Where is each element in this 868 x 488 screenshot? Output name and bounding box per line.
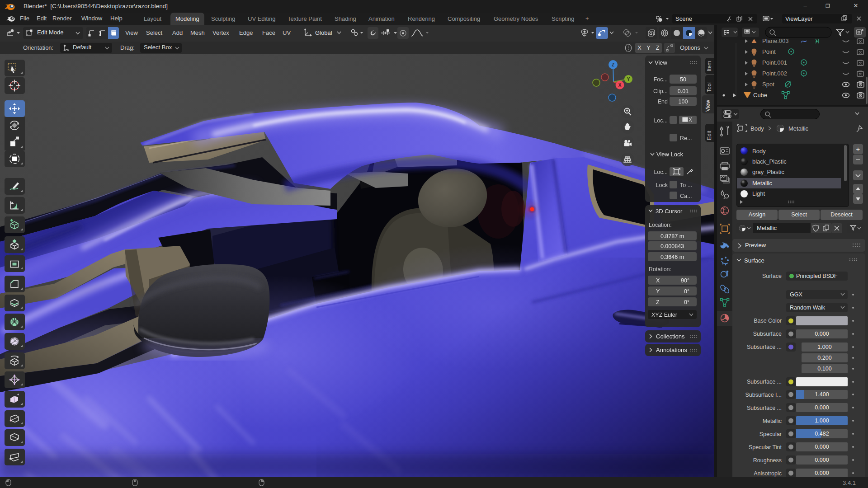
svg-text:0°: 0° bbox=[684, 299, 689, 305]
svg-text:Subsurface ...: Subsurface ... bbox=[747, 405, 782, 411]
svg-text:1.400: 1.400 bbox=[815, 391, 829, 398]
svg-text:Specular: Specular bbox=[760, 431, 782, 437]
svg-text:Random Walk: Random Walk bbox=[790, 305, 826, 311]
svg-text:0.3646 m: 0.3646 m bbox=[660, 254, 684, 260]
svg-text:0.000843: 0.000843 bbox=[660, 243, 684, 249]
svg-text:1.000: 1.000 bbox=[815, 418, 829, 424]
svg-text:0.100: 0.100 bbox=[817, 366, 831, 372]
svg-text:Edit: Edit bbox=[706, 131, 712, 140]
svg-text:Loc...: Loc... bbox=[654, 169, 668, 175]
svg-text:X: X bbox=[656, 277, 660, 284]
svg-text:Foc...: Foc... bbox=[654, 76, 668, 83]
svg-text:90°: 90° bbox=[681, 277, 689, 284]
svg-text:Surface: Surface bbox=[762, 273, 782, 279]
svg-text:Specular Tint: Specular Tint bbox=[749, 444, 782, 450]
svg-text:View: View bbox=[655, 59, 668, 66]
svg-text:Annotations: Annotations bbox=[656, 347, 687, 353]
svg-text:Ca...: Ca... bbox=[680, 193, 692, 199]
svg-text:Subsurface ...: Subsurface ... bbox=[747, 344, 782, 350]
svg-text:gray_Plastic: gray_Plastic bbox=[752, 169, 784, 175]
svg-text:End: End bbox=[658, 99, 668, 105]
svg-text:0.000: 0.000 bbox=[815, 404, 829, 411]
svg-text:Body: Body bbox=[750, 125, 764, 132]
svg-text:Anisotropic: Anisotropic bbox=[754, 470, 782, 477]
svg-text:Light: Light bbox=[752, 190, 765, 197]
svg-text:Subsurface: Subsurface bbox=[753, 331, 782, 337]
svg-text:0.000: 0.000 bbox=[815, 331, 829, 337]
svg-text:0.000: 0.000 bbox=[815, 470, 829, 476]
svg-text:0°: 0° bbox=[684, 288, 689, 295]
svg-text:black_Plastic: black_Plastic bbox=[752, 158, 787, 165]
svg-text:0.482: 0.482 bbox=[815, 431, 829, 437]
svg-text:Metallic: Metallic bbox=[788, 125, 809, 132]
svg-text:Subsurface ...: Subsurface ... bbox=[747, 379, 782, 385]
svg-text:3D Cursor: 3D Cursor bbox=[656, 208, 683, 215]
svg-text:Tool: Tool bbox=[706, 82, 712, 92]
svg-text:Z: Z bbox=[656, 299, 660, 305]
svg-text:Lock: Lock bbox=[656, 182, 668, 188]
svg-text:GGX: GGX bbox=[790, 291, 802, 298]
svg-text:Metallic: Metallic bbox=[752, 180, 773, 187]
svg-text:Z: Z bbox=[612, 62, 614, 67]
svg-text:To ...: To ... bbox=[680, 182, 692, 188]
svg-text:Metallic: Metallic bbox=[763, 418, 782, 424]
svg-text:0.200: 0.200 bbox=[817, 355, 831, 361]
svg-text:Principled BSDF: Principled BSDF bbox=[796, 273, 838, 279]
svg-text:View Lock: View Lock bbox=[656, 151, 684, 158]
svg-text:Roughness: Roughness bbox=[753, 457, 782, 464]
svg-text:0.000: 0.000 bbox=[815, 457, 829, 463]
svg-text:Re...: Re... bbox=[680, 135, 692, 141]
svg-text:Base Color: Base Color bbox=[754, 318, 782, 324]
svg-text:Rotation:: Rotation: bbox=[649, 266, 671, 272]
svg-text:Y: Y bbox=[656, 288, 660, 295]
svg-text:Collections: Collections bbox=[656, 333, 685, 340]
svg-text:0.000: 0.000 bbox=[815, 444, 829, 450]
svg-text:X: X bbox=[618, 83, 622, 88]
svg-text:Surface: Surface bbox=[744, 257, 764, 264]
svg-text:Location:: Location: bbox=[649, 222, 672, 228]
svg-text:100: 100 bbox=[679, 99, 688, 105]
svg-text:0.01: 0.01 bbox=[678, 88, 689, 94]
svg-text:View: View bbox=[705, 100, 711, 112]
svg-text:XYZ Euler: XYZ Euler bbox=[651, 312, 677, 318]
svg-text:Item: Item bbox=[706, 61, 712, 71]
svg-text:50: 50 bbox=[680, 76, 686, 83]
svg-text:Subsurface I...: Subsurface I... bbox=[745, 392, 782, 398]
svg-text:0.8787 m: 0.8787 m bbox=[660, 233, 684, 239]
svg-text:Y: Y bbox=[627, 77, 630, 82]
svg-text:Body: Body bbox=[752, 148, 766, 155]
svg-text:Loc...: Loc... bbox=[654, 117, 668, 124]
svg-text:Clip...: Clip... bbox=[653, 88, 668, 94]
svg-text:1.000: 1.000 bbox=[817, 344, 831, 350]
